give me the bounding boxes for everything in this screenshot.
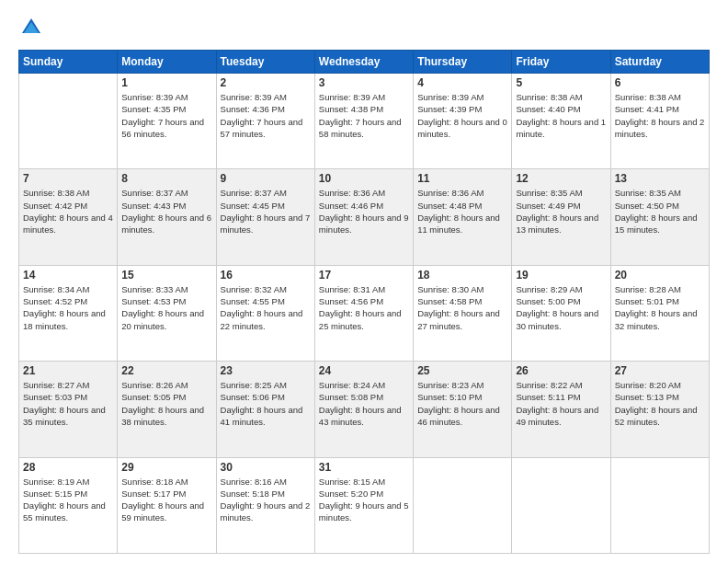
calendar-header-sunday: Sunday: [19, 51, 118, 74]
day-number: 15: [121, 269, 211, 282]
day-info: Sunrise: 8:39 AMSunset: 4:35 PMDaylight:…: [121, 91, 211, 140]
day-number: 30: [221, 461, 311, 474]
sunset: Sunset: 4:56 PM: [319, 296, 383, 306]
calendar-cell: [610, 457, 709, 553]
daylight: Daylight: 8 hours and 46 minutes.: [417, 405, 500, 427]
sunrise: Sunrise: 8:32 AM: [221, 284, 287, 294]
day-number: 25: [417, 364, 507, 377]
calendar-cell: 16Sunrise: 8:32 AMSunset: 4:55 PMDayligh…: [216, 265, 314, 361]
sunset: Sunset: 5:13 PM: [615, 392, 679, 402]
sunset: Sunset: 5:05 PM: [121, 392, 186, 402]
sunrise: Sunrise: 8:15 AM: [319, 477, 385, 487]
daylight: Daylight: 8 hours and 0 minutes.: [417, 117, 507, 139]
day-info: Sunrise: 8:16 AMSunset: 5:18 PMDaylight:…: [221, 476, 311, 524]
sunset: Sunset: 4:40 PM: [516, 104, 580, 114]
daylight: Daylight: 8 hours and 6 minutes.: [121, 213, 211, 235]
sunset: Sunset: 4:46 PM: [319, 201, 383, 211]
calendar-cell: [19, 74, 118, 169]
daylight: Daylight: 8 hours and 38 minutes.: [121, 405, 204, 427]
day-info: Sunrise: 8:37 AMSunset: 4:45 PMDaylight:…: [221, 187, 311, 236]
sunrise: Sunrise: 8:16 AM: [221, 477, 287, 487]
sunrise: Sunrise: 8:30 AM: [417, 284, 483, 294]
day-number: 9: [221, 172, 311, 185]
day-number: 19: [516, 269, 606, 282]
sunset: Sunset: 5:11 PM: [516, 392, 580, 402]
day-number: 29: [121, 461, 211, 474]
day-number: 27: [615, 364, 705, 377]
day-info: Sunrise: 8:38 AMSunset: 4:40 PMDaylight:…: [516, 91, 606, 140]
sunrise: Sunrise: 8:33 AM: [121, 284, 188, 294]
day-number: 16: [221, 269, 311, 282]
day-number: 23: [221, 364, 311, 377]
sunset: Sunset: 4:45 PM: [221, 201, 285, 211]
sunset: Sunset: 5:06 PM: [221, 392, 285, 402]
sunrise: Sunrise: 8:20 AM: [615, 380, 681, 390]
daylight: Daylight: 8 hours and 27 minutes.: [417, 308, 500, 330]
sunrise: Sunrise: 8:36 AM: [319, 188, 385, 198]
day-info: Sunrise: 8:37 AMSunset: 4:43 PMDaylight:…: [121, 187, 211, 236]
day-number: 18: [417, 269, 507, 282]
day-info: Sunrise: 8:34 AMSunset: 4:52 PMDaylight:…: [23, 283, 113, 332]
daylight: Daylight: 8 hours and 20 minutes.: [121, 308, 204, 330]
sunrise: Sunrise: 8:31 AM: [319, 284, 385, 294]
calendar-cell: 22Sunrise: 8:26 AMSunset: 5:05 PMDayligh…: [118, 362, 216, 457]
calendar-cell: 9Sunrise: 8:37 AMSunset: 4:45 PMDaylight…: [216, 169, 314, 265]
calendar-header-monday: Monday: [118, 51, 216, 74]
calendar-cell: 14Sunrise: 8:34 AMSunset: 4:52 PMDayligh…: [19, 265, 118, 361]
day-number: 13: [615, 172, 705, 185]
calendar-header-row: SundayMondayTuesdayWednesdayThursdayFrid…: [19, 51, 710, 74]
calendar-header-thursday: Thursday: [414, 51, 512, 74]
sunset: Sunset: 5:08 PM: [319, 392, 383, 402]
sunset: Sunset: 5:03 PM: [23, 392, 87, 402]
day-number: 2: [221, 76, 311, 89]
sunset: Sunset: 5:18 PM: [221, 488, 285, 499]
sunrise: Sunrise: 8:24 AM: [319, 380, 385, 390]
calendar-cell: 21Sunrise: 8:27 AMSunset: 5:03 PMDayligh…: [19, 362, 118, 457]
daylight: Daylight: 8 hours and 15 minutes.: [615, 213, 698, 235]
sunrise: Sunrise: 8:23 AM: [417, 380, 483, 390]
sunrise: Sunrise: 8:38 AM: [23, 188, 89, 198]
calendar-row-4: 28Sunrise: 8:19 AMSunset: 5:15 PMDayligh…: [19, 457, 710, 553]
calendar-cell: [414, 457, 512, 553]
daylight: Daylight: 8 hours and 43 minutes.: [319, 405, 402, 427]
sunset: Sunset: 4:58 PM: [417, 296, 482, 306]
day-number: 14: [23, 269, 113, 282]
day-info: Sunrise: 8:33 AMSunset: 4:53 PMDaylight:…: [121, 283, 211, 332]
calendar-cell: 7Sunrise: 8:38 AMSunset: 4:42 PMDaylight…: [19, 169, 118, 265]
daylight: Daylight: 8 hours and 2 minutes.: [615, 117, 705, 139]
day-number: 22: [121, 364, 211, 377]
day-number: 10: [319, 172, 409, 185]
day-number: 31: [319, 461, 409, 474]
calendar-cell: 3Sunrise: 8:39 AMSunset: 4:38 PMDaylight…: [314, 74, 413, 169]
calendar-table: SundayMondayTuesdayWednesdayThursdayFrid…: [18, 50, 710, 554]
day-info: Sunrise: 8:35 AMSunset: 4:50 PMDaylight:…: [615, 187, 705, 236]
calendar-cell: 17Sunrise: 8:31 AMSunset: 4:56 PMDayligh…: [314, 265, 413, 361]
calendar-cell: 13Sunrise: 8:35 AMSunset: 4:50 PMDayligh…: [610, 169, 709, 265]
sunrise: Sunrise: 8:18 AM: [121, 477, 188, 487]
daylight: Daylight: 8 hours and 30 minutes.: [516, 308, 598, 330]
sunrise: Sunrise: 8:26 AM: [121, 380, 188, 390]
day-info: Sunrise: 8:27 AMSunset: 5:03 PMDaylight:…: [23, 379, 113, 428]
calendar-cell: 20Sunrise: 8:28 AMSunset: 5:01 PMDayligh…: [610, 265, 709, 361]
daylight: Daylight: 8 hours and 35 minutes.: [23, 405, 106, 427]
daylight: Daylight: 9 hours and 2 minutes.: [221, 500, 311, 523]
sunset: Sunset: 4:50 PM: [615, 201, 679, 211]
sunrise: Sunrise: 8:35 AM: [615, 188, 681, 198]
day-info: Sunrise: 8:39 AMSunset: 4:38 PMDaylight:…: [319, 91, 409, 140]
day-info: Sunrise: 8:30 AMSunset: 4:58 PMDaylight:…: [417, 283, 507, 332]
day-info: Sunrise: 8:18 AMSunset: 5:17 PMDaylight:…: [121, 476, 211, 524]
sunrise: Sunrise: 8:19 AM: [23, 477, 89, 487]
daylight: Daylight: 8 hours and 49 minutes.: [516, 405, 598, 427]
sunset: Sunset: 4:42 PM: [23, 201, 87, 211]
day-info: Sunrise: 8:39 AMSunset: 4:36 PMDaylight:…: [221, 91, 311, 140]
header: [18, 15, 710, 40]
sunrise: Sunrise: 8:22 AM: [516, 380, 582, 390]
calendar-row-1: 7Sunrise: 8:38 AMSunset: 4:42 PMDaylight…: [19, 169, 710, 265]
calendar-cell: 26Sunrise: 8:22 AMSunset: 5:11 PMDayligh…: [512, 362, 610, 457]
daylight: Daylight: 8 hours and 4 minutes.: [23, 213, 113, 235]
sunset: Sunset: 4:49 PM: [516, 201, 580, 211]
calendar-cell: 25Sunrise: 8:23 AMSunset: 5:10 PMDayligh…: [414, 362, 512, 457]
calendar-cell: 2Sunrise: 8:39 AMSunset: 4:36 PMDaylight…: [216, 74, 314, 169]
calendar-cell: 31Sunrise: 8:15 AMSunset: 5:20 PMDayligh…: [314, 457, 413, 553]
calendar-cell: 30Sunrise: 8:16 AMSunset: 5:18 PMDayligh…: [216, 457, 314, 553]
